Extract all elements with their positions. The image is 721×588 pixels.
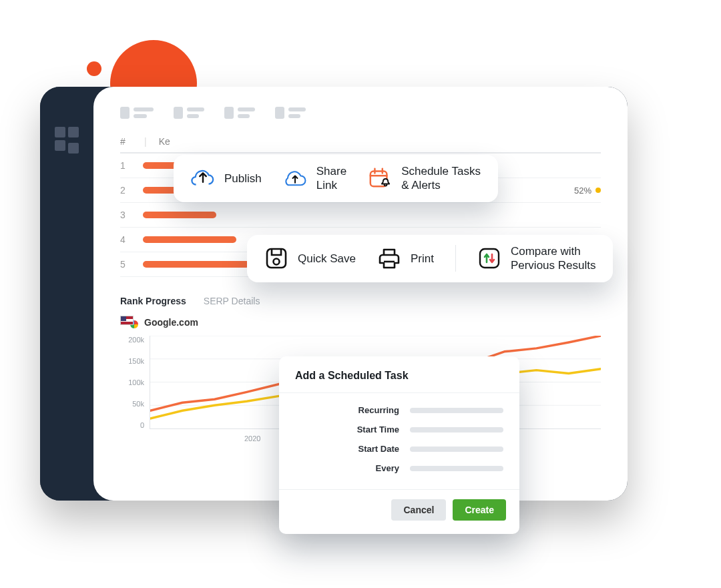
quick-save-button[interactable]: Quick Save bbox=[264, 246, 356, 270]
chart-x-tick: 2020 bbox=[244, 434, 260, 443]
modal-footer: Cancel Create bbox=[279, 489, 519, 534]
us-flag-icon bbox=[120, 316, 134, 325]
dashboard-icon[interactable] bbox=[55, 127, 79, 151]
quicksave-label: Quick Save bbox=[298, 252, 356, 266]
table-header: # | Ke bbox=[120, 131, 601, 154]
share-link-button[interactable]: Share Link bbox=[283, 164, 346, 193]
svg-point-6 bbox=[274, 259, 280, 265]
decorative-circle-small bbox=[87, 61, 101, 76]
row-percent: 52% bbox=[574, 186, 591, 196]
row-bar bbox=[143, 212, 216, 218]
calendar-bell-icon bbox=[368, 166, 392, 190]
compare-arrows-icon bbox=[477, 246, 501, 270]
schedule-label: Schedule Tasks & Alerts bbox=[401, 164, 481, 193]
start-date-input[interactable] bbox=[410, 447, 503, 452]
row-bar bbox=[143, 261, 250, 268]
actions-bar-bottom: Quick Save Print Compare with Pervious R… bbox=[247, 235, 613, 282]
svg-rect-7 bbox=[480, 249, 499, 268]
every-input[interactable] bbox=[410, 466, 503, 471]
compare-label: Compare with Pervious Results bbox=[511, 244, 596, 273]
tab-serp-details[interactable]: SERP Details bbox=[204, 296, 260, 306]
status-dot-yellow bbox=[595, 188, 601, 193]
print-button[interactable]: Print bbox=[377, 246, 434, 270]
recurring-input[interactable] bbox=[410, 408, 503, 413]
schedule-task-modal: Add a Scheduled Task Recurring Start Tim… bbox=[279, 356, 519, 534]
row-bar bbox=[143, 236, 236, 243]
col-header-keyword: Ke bbox=[159, 136, 199, 147]
row-num: 5 bbox=[120, 259, 136, 270]
field-label-every: Every bbox=[332, 463, 399, 473]
upload-cloud-icon bbox=[191, 166, 215, 190]
source-label: Google.com bbox=[144, 317, 198, 328]
modal-title: Add a Scheduled Task bbox=[279, 356, 519, 393]
create-button[interactable]: Create bbox=[453, 499, 506, 521]
table-row[interactable]: 3 bbox=[120, 203, 601, 228]
toolbar-placeholder bbox=[120, 107, 601, 119]
compare-results-button[interactable]: Compare with Pervious Results bbox=[477, 244, 596, 273]
field-label-start-date: Start Date bbox=[332, 444, 399, 454]
field-label-start-time: Start Time bbox=[332, 424, 399, 434]
tab-rank-progress[interactable]: Rank Progress bbox=[120, 296, 186, 306]
sidebar bbox=[40, 87, 93, 501]
save-icon bbox=[264, 246, 288, 270]
cancel-button[interactable]: Cancel bbox=[391, 499, 446, 521]
row-num: 1 bbox=[120, 160, 136, 171]
divider bbox=[455, 245, 456, 272]
start-time-input[interactable] bbox=[410, 427, 503, 432]
print-icon bbox=[377, 246, 401, 270]
actions-bar-top: Publish Share Link Schedule Tasks & Aler… bbox=[174, 155, 498, 202]
field-label-recurring: Recurring bbox=[332, 405, 399, 415]
chart-y-axis: 200k 150k 100k 50k 0 bbox=[120, 336, 144, 429]
share-cloud-icon bbox=[283, 166, 307, 190]
print-label: Print bbox=[411, 252, 434, 266]
row-num: 3 bbox=[120, 210, 136, 220]
schedule-tasks-button[interactable]: Schedule Tasks & Alerts bbox=[368, 164, 481, 193]
publish-button[interactable]: Publish bbox=[191, 166, 262, 190]
publish-label: Publish bbox=[224, 172, 262, 186]
chart-tabs: Rank Progress SERP Details bbox=[120, 296, 601, 306]
modal-body: Recurring Start Time Start Date Every bbox=[279, 393, 519, 489]
row-num: 4 bbox=[120, 234, 136, 245]
row-num: 2 bbox=[120, 185, 136, 196]
share-label: Share Link bbox=[316, 164, 346, 193]
chart-source: Google.com bbox=[120, 316, 601, 329]
col-header-num: # bbox=[120, 136, 132, 147]
